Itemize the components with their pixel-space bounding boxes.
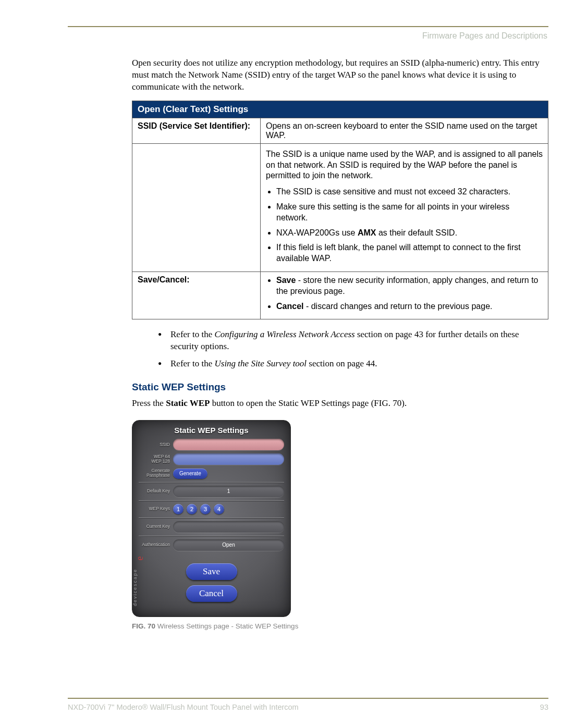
device-panel: Static WEP Settings SSID WEP 64 WEP 128 … <box>132 420 291 617</box>
generate-button[interactable]: Generate <box>173 468 207 479</box>
table-title: Open (Clear Text) Settings <box>132 101 548 118</box>
auth-field[interactable]: Open <box>173 539 284 551</box>
ssid-bullet-3: NXA-WAP200Gs use AMX as their default SS… <box>276 228 543 239</box>
wep-key-1[interactable]: 1 <box>173 504 183 514</box>
label-auth: Authentication <box>139 542 173 547</box>
ssid-field[interactable] <box>173 439 284 450</box>
ssid-bullet-4: If this field is left blank, the panel w… <box>276 242 543 264</box>
brand-e-icon: e <box>134 556 145 560</box>
wep-key-4[interactable]: 4 <box>214 504 224 514</box>
footer-product: NXD-700Vi 7" Modero® Wall/Flush Mount To… <box>68 703 299 711</box>
wep64-field[interactable] <box>173 453 284 465</box>
label-default-key: Default Key <box>139 489 173 493</box>
label-wep64: WEP 64 WEP 128 <box>139 454 173 464</box>
row-ssid-desc1: Opens an on-screen keyboard to enter the… <box>261 118 548 143</box>
current-key-field[interactable] <box>173 521 284 533</box>
ref-1: Refer to the Configuring a Wireless Netw… <box>158 329 548 353</box>
wep-heading: Static WEP Settings <box>132 381 548 393</box>
footer: NXD-700Vi 7" Modero® Wall/Flush Mount To… <box>68 698 548 711</box>
figure-caption: FIG. 70 Wireless Settings page - Static … <box>132 622 548 630</box>
separator-2 <box>139 500 284 501</box>
device-title: Static WEP Settings <box>139 426 284 435</box>
save-button[interactable]: Save <box>186 563 237 580</box>
separator-1 <box>139 482 284 483</box>
footer-page: 93 <box>540 703 548 711</box>
label-generate: Generate Passphrase <box>139 468 173 478</box>
row-ssid-label: SSID (Service Set Identifier): <box>132 118 261 143</box>
row-ssid-desc2: The SSID is a unique name used by the WA… <box>261 143 548 272</box>
refs-list: Refer to the Configuring a Wireless Netw… <box>158 329 548 370</box>
wep-key-3[interactable]: 3 <box>200 504 211 514</box>
open-settings-table: Open (Clear Text) Settings SSID (Service… <box>132 101 548 320</box>
label-ssid: SSID <box>139 442 173 447</box>
ref-2: Refer to the Using the Site Survey tool … <box>158 358 548 370</box>
wep-body: Press the Static WEP button to open the … <box>132 398 548 409</box>
cancel-bullet: Cancel - discard changes and return to t… <box>276 301 543 312</box>
label-current-key: Current Key <box>139 524 173 529</box>
separator-3 <box>139 517 284 518</box>
default-key-field[interactable]: 1 <box>173 486 284 497</box>
intro-paragraph: Open security does not utilize any encry… <box>132 57 548 93</box>
save-bullet: Save - store the new security informatio… <box>276 275 543 297</box>
brand-mark: devicescape e <box>138 554 145 606</box>
cancel-button[interactable]: Cancel <box>186 585 237 602</box>
row-savecancel-label: Save/Cancel: <box>132 272 261 319</box>
label-wep-keys: WEP Keys <box>139 507 173 511</box>
wep-key-2[interactable]: 2 <box>187 504 197 514</box>
row-savecancel-desc: Save - store the new security informatio… <box>261 272 548 319</box>
ssid-bullet-2: Make sure this setting is the same for a… <box>276 202 543 224</box>
separator-4 <box>139 536 284 536</box>
header-section: Firmware Pages and Descriptions <box>422 31 547 41</box>
ssid-bullet-1: The SSID is case sensitive and must not … <box>276 187 543 198</box>
footer-rule <box>68 698 548 699</box>
top-rule <box>68 26 548 27</box>
wep-key-row: 1 2 3 4 <box>173 504 284 514</box>
